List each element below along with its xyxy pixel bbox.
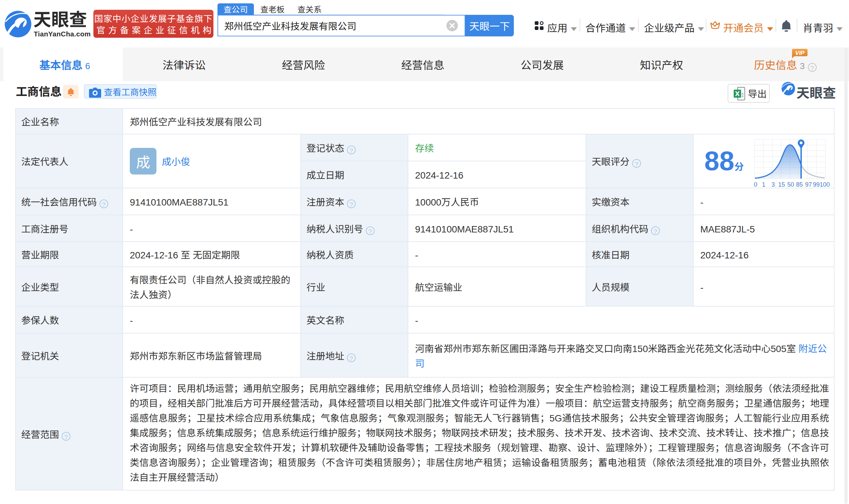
svg-text:15: 15 <box>778 181 785 188</box>
svg-text:100: 100 <box>820 181 830 188</box>
svg-text:50: 50 <box>787 181 794 188</box>
svg-text:3: 3 <box>772 181 775 188</box>
svg-text:85: 85 <box>796 181 803 188</box>
svg-text:97: 97 <box>805 181 812 188</box>
svg-text:1: 1 <box>762 181 765 188</box>
svg-text:99: 99 <box>813 181 820 188</box>
svg-text:0: 0 <box>754 181 757 188</box>
